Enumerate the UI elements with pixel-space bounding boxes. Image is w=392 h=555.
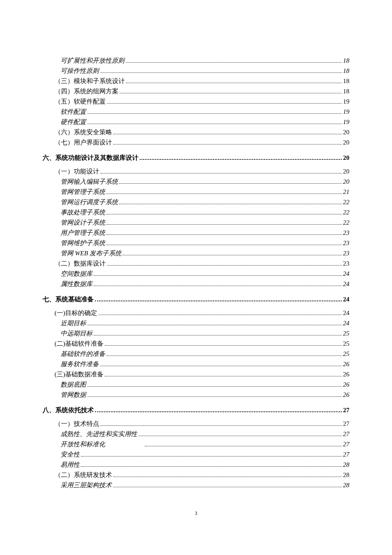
toc-entry: 硬件配置19 bbox=[43, 117, 349, 127]
toc-label: （四）系统的组网方案 bbox=[55, 86, 118, 96]
toc-label: 八、系统依托技术 bbox=[43, 405, 94, 415]
toc-entry: (一)目标的确定24 bbox=[43, 308, 349, 318]
toc-page-number: 23 bbox=[343, 228, 349, 238]
toc-entry: （七）用户界面设计20 bbox=[43, 137, 349, 147]
toc-leader-dots bbox=[126, 62, 342, 63]
toc-leader-dots bbox=[120, 93, 342, 93]
toc-label: 用户管理子系统 bbox=[61, 228, 105, 238]
toc-label: （一）功能设计 bbox=[55, 166, 99, 176]
toc-entry: （六）系统安全策略20 bbox=[43, 127, 349, 137]
toc-leader-dots bbox=[119, 183, 342, 184]
toc-leader-dots bbox=[140, 159, 342, 160]
toc-label: 七、系统基础准备 bbox=[43, 294, 94, 304]
toc-label: 安全性 bbox=[61, 449, 80, 460]
toc-entry: （四）系统的组网方案18 bbox=[43, 86, 349, 96]
toc-page-number: 22 bbox=[343, 207, 349, 217]
toc-leader-dots bbox=[138, 436, 342, 436]
toc-entry: 可操作性原则18 bbox=[43, 66, 349, 76]
toc-page-number: 27 bbox=[343, 419, 349, 429]
toc-leader-dots bbox=[101, 173, 342, 173]
toc-entry: 易用性28 bbox=[43, 460, 349, 470]
toc-leader-dots bbox=[105, 345, 342, 346]
toc-page-number: 26 bbox=[343, 359, 349, 369]
toc-entry: 管网 WEB 发布子系统23 bbox=[43, 248, 349, 258]
toc-leader-dots bbox=[113, 144, 342, 145]
toc-leader-dots bbox=[123, 255, 342, 255]
toc-page-number: 24 bbox=[343, 318, 349, 328]
toc-leader-dots bbox=[107, 224, 342, 225]
toc-label: 可扩展性和开放性原则 bbox=[61, 55, 124, 66]
toc-leader-dots bbox=[101, 425, 342, 426]
toc-leader-dots bbox=[81, 456, 342, 457]
toc-leader-dots bbox=[95, 411, 342, 412]
toc-page-number: 27 bbox=[343, 449, 349, 460]
toc-entry: 管网运行调度子系统22 bbox=[43, 197, 349, 207]
toc-label: （二）数据库设计 bbox=[55, 258, 106, 269]
toc-leader-dots bbox=[119, 204, 342, 204]
toc-label: 服务软件准备 bbox=[61, 359, 99, 369]
toc-entry: (二)基础软件准备25 bbox=[43, 338, 349, 349]
toc-leader-dots bbox=[98, 315, 342, 315]
toc-label: 中远期目标 bbox=[61, 328, 92, 338]
toc-entry: 近期目标24 bbox=[43, 318, 349, 328]
toc-entry: 管网输入编辑子系统20 bbox=[43, 176, 349, 187]
toc-page-number: 27 bbox=[343, 429, 349, 439]
toc-entry: 事故处理子系统22 bbox=[43, 207, 349, 217]
toc-label: 硬件配置 bbox=[61, 117, 86, 127]
toc-label: 空间数据库 bbox=[61, 269, 92, 279]
toc-page-number: 19 bbox=[343, 96, 349, 107]
toc-page-number: 22 bbox=[343, 217, 349, 228]
toc-page-number: 18 bbox=[343, 76, 349, 86]
toc-leader-dots bbox=[87, 386, 342, 387]
toc-leader-dots bbox=[126, 83, 342, 83]
toc-page-number: 18 bbox=[343, 55, 349, 66]
toc-label: 管网 WEB 发布子系统 bbox=[61, 248, 121, 258]
toc-page-number: 28 bbox=[343, 470, 349, 480]
toc-entry: 软件配置19 bbox=[43, 107, 349, 117]
toc-label: 属性数据库 bbox=[61, 279, 92, 289]
toc-entry: 管网设计子系统22 bbox=[43, 217, 349, 228]
toc-entry: 空间数据库24 bbox=[43, 269, 349, 279]
toc-label: 软件配置 bbox=[61, 107, 86, 117]
toc-leader-dots bbox=[100, 72, 342, 73]
toc-leader-dots bbox=[81, 466, 342, 467]
toc-leader-dots bbox=[107, 265, 342, 266]
toc-page-number: 25 bbox=[343, 349, 349, 359]
toc-leader-dots bbox=[107, 356, 342, 356]
toc-leader-dots bbox=[145, 446, 342, 446]
toc-label: (二)基础软件准备 bbox=[55, 338, 104, 349]
toc-label: 近期目标 bbox=[61, 318, 86, 328]
toc-page-number: 23 bbox=[343, 248, 349, 258]
toc-label: （一）技术特点 bbox=[55, 419, 99, 429]
toc-container: 可扩展性和开放性原则18可操作性原则18（三）模块和子系统设计18（四）系统的组… bbox=[0, 0, 392, 490]
toc-entry: 管网数据26 bbox=[43, 390, 349, 400]
toc-page-number: 22 bbox=[343, 197, 349, 207]
toc-entry: 中远期目标25 bbox=[43, 328, 349, 338]
toc-page-number: 26 bbox=[343, 390, 349, 400]
toc-entry: (三)基础数据准备26 bbox=[43, 369, 349, 379]
page-footer: 3 bbox=[0, 510, 392, 517]
toc-label: （三）模块和子系统设计 bbox=[55, 76, 125, 86]
toc-page-number: 24 bbox=[343, 308, 349, 318]
toc-label: 管网维护子系统 bbox=[61, 238, 105, 248]
toc-label: 管网管理子系统 bbox=[61, 187, 105, 197]
toc-label: （七）用户界面设计 bbox=[55, 137, 112, 147]
toc-leader-dots bbox=[107, 234, 342, 235]
toc-label: 管网输入编辑子系统 bbox=[61, 176, 118, 187]
toc-entry: （二）系统研发技术28 bbox=[43, 470, 349, 480]
toc-page-number: 25 bbox=[343, 328, 349, 338]
toc-label: 六、系统功能设计及其数据库设计 bbox=[43, 153, 138, 163]
toc-page-number: 23 bbox=[343, 258, 349, 269]
toc-leader-dots bbox=[87, 325, 342, 325]
toc-page-number: 27 bbox=[343, 439, 349, 449]
toc-page-number: 18 bbox=[343, 66, 349, 76]
toc-leader-dots bbox=[94, 275, 342, 276]
toc-leader-dots bbox=[107, 194, 342, 194]
toc-label: 可操作性原则 bbox=[61, 66, 99, 76]
toc-entry: 管网维护子系统23 bbox=[43, 238, 349, 248]
toc-entry: （三）模块和子系统设计18 bbox=[43, 76, 349, 86]
toc-page-number: 24 bbox=[343, 294, 349, 304]
toc-page-number: 26 bbox=[343, 369, 349, 379]
toc-entry: （一）功能设计20 bbox=[43, 166, 349, 176]
toc-entry: 六、系统功能设计及其数据库设计20 bbox=[43, 153, 349, 163]
